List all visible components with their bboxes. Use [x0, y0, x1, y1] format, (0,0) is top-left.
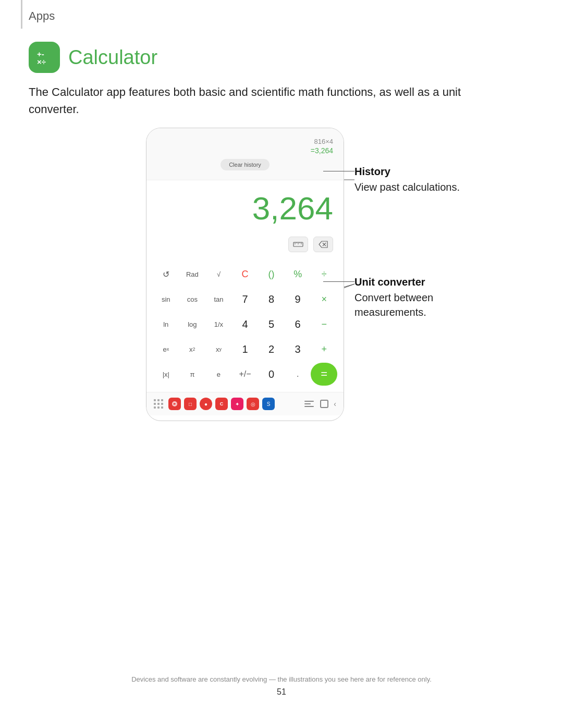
- button-8[interactable]: 8: [258, 288, 285, 311]
- button-abs[interactable]: |x|: [153, 363, 179, 386]
- nav-icon-5[interactable]: ✦: [231, 398, 243, 410]
- phone-mockup: 816×4 =3,264 Clear history 3,264: [146, 128, 344, 421]
- keypad-row-2: sin cos tan 7 8 9 ×: [153, 288, 337, 311]
- keypad-row-1: ↺ Rad √ C () % ÷: [153, 263, 337, 286]
- callout-converter-line: [323, 281, 354, 282]
- nav-icon-1[interactable]: [168, 398, 181, 410]
- calculator-icon-svg: +- ×÷: [35, 48, 54, 67]
- unit-converter-callout: Unit converter Convert between measureme…: [354, 276, 495, 319]
- unit-converter-button[interactable]: [288, 237, 308, 252]
- bottom-nav-bar: □ ● C ✦ ◎ S: [146, 392, 344, 415]
- phone-screen: 816×4 =3,264 Clear history 3,264: [146, 128, 344, 421]
- keypad-row-3: ln log 1/x 4 5 6 −: [153, 313, 337, 336]
- button-pi[interactable]: π: [179, 363, 206, 386]
- button-euler[interactable]: e: [205, 363, 232, 386]
- button-reciprocal[interactable]: 1/x: [205, 313, 232, 336]
- home-button[interactable]: [320, 400, 328, 408]
- button-parentheses[interactable]: (): [258, 263, 285, 286]
- page-footer: Devices and software are constantly evol…: [0, 675, 563, 697]
- button-negate[interactable]: +/−: [232, 363, 259, 386]
- button-square[interactable]: x2: [179, 338, 206, 361]
- history-result: =3,264: [157, 146, 333, 155]
- button-cos[interactable]: cos: [179, 288, 206, 311]
- footer-disclaimer-text: Devices and software are constantly evol…: [0, 675, 563, 683]
- backspace-button[interactable]: [313, 237, 333, 252]
- callout-history-text: View past calculations.: [354, 180, 495, 194]
- button-log[interactable]: log: [179, 313, 206, 336]
- display-result: 3,264: [157, 191, 333, 226]
- back-button[interactable]: ‹: [334, 400, 336, 408]
- button-2[interactable]: 2: [258, 338, 285, 361]
- callout-converter-title: Unit converter: [354, 276, 495, 288]
- nav-app-icon-1-svg: [171, 400, 178, 408]
- converter-row: [146, 231, 344, 258]
- clear-history-button[interactable]: Clear history: [221, 159, 270, 170]
- button-5[interactable]: 5: [258, 313, 285, 336]
- button-7[interactable]: 7: [232, 288, 259, 311]
- nav-icon-6[interactable]: ◎: [247, 398, 259, 410]
- button-power[interactable]: xy: [205, 338, 232, 361]
- button-add[interactable]: +: [311, 338, 337, 361]
- history-expression: 816×4: [157, 138, 333, 145]
- page-number: 51: [0, 687, 563, 697]
- button-equals[interactable]: =: [311, 363, 337, 386]
- button-3[interactable]: 3: [285, 338, 311, 361]
- button-9[interactable]: 9: [285, 288, 311, 311]
- nav-icon-3[interactable]: ●: [200, 398, 212, 410]
- button-1[interactable]: 1: [232, 338, 259, 361]
- button-6[interactable]: 6: [285, 313, 311, 336]
- button-subtract[interactable]: −: [311, 313, 337, 336]
- page-description: The Calculator app features both basic a…: [29, 83, 482, 118]
- button-rad[interactable]: Rad: [179, 263, 206, 286]
- ruler-icon: [293, 241, 303, 248]
- apps-grid-icon: [154, 399, 163, 409]
- app-header: +- ×÷ Calculator: [29, 42, 157, 73]
- keypad-row-5: |x| π e +/− 0 . =: [153, 363, 337, 386]
- button-ln[interactable]: ln: [153, 313, 179, 336]
- history-section: 816×4 =3,264 Clear history: [146, 128, 344, 180]
- keypad-row-4: ex x2 xy 1 2 3 +: [153, 338, 337, 361]
- button-rotate[interactable]: ↺: [153, 263, 179, 286]
- callout-converter-text: Convert between measurements.: [354, 290, 495, 319]
- section-category-label: Apps: [29, 9, 55, 23]
- nav-controls: ‹: [302, 400, 336, 408]
- button-sqrt[interactable]: √: [205, 263, 232, 286]
- callout-history-line: [323, 171, 354, 171]
- button-clear[interactable]: C: [232, 263, 259, 286]
- page-title: Calculator: [68, 46, 157, 69]
- svg-text:×÷: ×÷: [37, 57, 46, 66]
- button-percent[interactable]: %: [285, 263, 311, 286]
- nav-icon-2[interactable]: □: [184, 398, 197, 410]
- app-icon: +- ×÷: [29, 42, 60, 73]
- button-exp[interactable]: ex: [153, 338, 179, 361]
- history-callout: History View past calculations.: [354, 166, 495, 194]
- nav-icon-7[interactable]: S: [262, 398, 275, 410]
- recent-apps-button[interactable]: [304, 401, 314, 407]
- page-border-accent: [21, 0, 22, 29]
- backspace-icon: [319, 241, 328, 248]
- calculator-keypad: ↺ Rad √ C () % ÷ sin cos tan 7 8 9 × ln: [146, 258, 344, 392]
- button-4[interactable]: 4: [232, 313, 259, 336]
- button-multiply[interactable]: ×: [311, 288, 337, 311]
- button-tan[interactable]: tan: [205, 288, 232, 311]
- button-decimal[interactable]: .: [285, 363, 311, 386]
- main-display: 3,264: [146, 180, 344, 231]
- button-0[interactable]: 0: [258, 363, 285, 386]
- nav-icon-4[interactable]: C: [215, 398, 228, 410]
- button-divide[interactable]: ÷: [311, 263, 337, 286]
- button-sin[interactable]: sin: [153, 288, 179, 311]
- callout-history-title: History: [354, 166, 495, 178]
